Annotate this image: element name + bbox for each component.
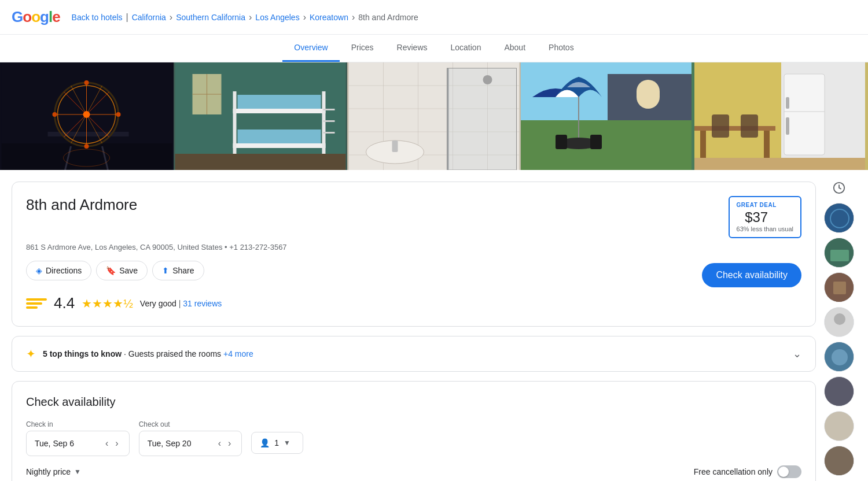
directions-icon: ◈: [36, 266, 42, 275]
rating-number: 4.4: [54, 294, 75, 312]
breadcrumb-southern-california[interactable]: Southern California: [176, 13, 245, 22]
great-deal-box[interactable]: GREAT DEAL $37 63% less than usual: [729, 196, 801, 238]
photo-2[interactable]: [174, 62, 347, 170]
checkout-prev-button[interactable]: ‹: [216, 437, 223, 450]
tab-location[interactable]: Location: [439, 35, 493, 62]
tab-reviews[interactable]: Reviews: [385, 35, 439, 62]
thumbnail-8[interactable]: [824, 446, 854, 476]
breadcrumb-current: 8th and Ardmore: [358, 13, 418, 22]
thumbnail-1[interactable]: [824, 203, 854, 233]
svg-rect-51: [521, 120, 692, 170]
breadcrumb-koreatown[interactable]: Koreatown: [310, 13, 348, 22]
date-row: Check in Tue, Sep 6 ‹ › Check out Tue, S…: [26, 420, 801, 456]
tips-more[interactable]: +4 more: [223, 349, 253, 358]
checkin-prev-button[interactable]: ‹: [103, 437, 111, 450]
tips-title: 5 top things to know: [43, 349, 122, 358]
svg-rect-61: [786, 117, 789, 135]
svg-rect-60: [786, 97, 789, 109]
checkout-input[interactable]: Tue, Sep 20 ‹ ›: [139, 431, 242, 456]
photo-1[interactable]: [0, 62, 174, 170]
tab-overview[interactable]: Overview: [282, 35, 339, 62]
svg-rect-54: [556, 135, 567, 149]
nightly-price-arrow: ▼: [74, 468, 81, 476]
history-icon[interactable]: [833, 182, 845, 196]
svg-rect-31: [323, 132, 335, 134]
nav-tabs: Overview Prices Reviews Location About P…: [0, 35, 868, 62]
thumbnail-2[interactable]: [824, 238, 854, 268]
hotel-info-card: 8th and Ardmore GREAT DEAL $37 63% less …: [12, 182, 816, 327]
breadcrumb-california[interactable]: California: [132, 13, 166, 22]
header: Google Back to hotels | California › Sou…: [0, 0, 868, 35]
toggle-knob: [778, 467, 789, 477]
checkin-next-button[interactable]: ›: [113, 437, 120, 450]
svg-rect-72: [830, 250, 849, 261]
price-badge: GREAT DEAL $37 63% less than usual: [729, 196, 801, 238]
svg-rect-23: [233, 109, 326, 113]
bookmark-icon: 🔖: [106, 266, 116, 275]
checkin-value: Tue, Sep 6: [35, 439, 98, 448]
breadcrumb-los-angeles[interactable]: Los Angeles: [255, 13, 299, 22]
breadcrumb: Back to hotels | California › Southern C…: [72, 12, 418, 23]
hotel-actions: ◈ Directions 🔖 Save ⬆ Share: [26, 261, 204, 280]
svg-rect-58: [784, 74, 825, 155]
save-button[interactable]: 🔖 Save: [96, 261, 148, 280]
checkin-input[interactable]: Tue, Sep 6 ‹ ›: [26, 431, 130, 456]
tips-card[interactable]: ✦ 5 top things to know · Guests praised …: [12, 336, 816, 372]
sparkle-icon: ✦: [26, 347, 36, 361]
svg-rect-62: [694, 126, 775, 131]
price-amount: $37: [737, 209, 777, 225]
svg-rect-47: [392, 140, 398, 152]
share-icon: ⬆: [162, 266, 169, 275]
svg-point-14: [84, 144, 89, 149]
thumbnail-3[interactable]: [824, 272, 854, 302]
tab-photos[interactable]: Photos: [537, 35, 586, 62]
free-cancellation-toggle[interactable]: [777, 465, 801, 478]
svg-rect-29: [323, 109, 335, 110]
chevron-down-icon: ⌄: [793, 347, 801, 360]
svg-point-78: [832, 349, 848, 365]
photo-4[interactable]: [521, 62, 694, 170]
photo-3[interactable]: [347, 62, 521, 170]
svg-point-45: [483, 75, 492, 84]
tab-about[interactable]: About: [492, 35, 537, 62]
checkin-label: Check in: [26, 420, 130, 428]
svg-point-81: [825, 446, 854, 476]
svg-rect-24: [233, 143, 326, 148]
great-deal-label: GREAT DEAL: [737, 202, 777, 208]
check-availability-button[interactable]: Check availability: [702, 263, 801, 287]
svg-point-12: [84, 80, 89, 85]
thumbnail-7[interactable]: [824, 411, 854, 441]
rating-stars: ★★★★½: [82, 297, 133, 310]
tips-sub: · Guests praised the rooms: [124, 349, 221, 358]
nightly-price-filter[interactable]: Nightly price ▼: [26, 467, 81, 476]
price-sub: 63% less than usual: [737, 225, 793, 232]
checkout-value: Tue, Sep 20: [148, 439, 211, 448]
rating-bars: [26, 298, 47, 309]
review-count[interactable]: 31 reviews: [183, 299, 222, 308]
hotel-header: 8th and Ardmore GREAT DEAL $37 63% less …: [26, 196, 801, 238]
back-to-hotels-link[interactable]: Back to hotels: [72, 13, 123, 22]
svg-rect-63: [700, 131, 706, 160]
directions-button[interactable]: ◈ Directions: [26, 261, 91, 280]
photo-5[interactable]: [694, 62, 868, 170]
svg-point-11: [83, 111, 90, 118]
thumbnail-4[interactable]: [824, 307, 854, 337]
tips-content: ✦ 5 top things to know · Guests praised …: [26, 347, 253, 361]
tab-prices[interactable]: Prices: [340, 35, 385, 62]
thumbnail-5[interactable]: [824, 342, 854, 372]
svg-point-69: [825, 204, 854, 233]
svg-rect-50: [637, 80, 660, 109]
checkout-next-button[interactable]: ›: [226, 437, 233, 450]
availability-card: Check availability Check in Tue, Sep 6 ‹…: [12, 381, 816, 481]
svg-rect-32: [175, 154, 346, 170]
photo-strip: [0, 62, 868, 170]
left-column: 8th and Ardmore GREAT DEAL $37 63% less …: [12, 182, 816, 481]
thumbnail-6[interactable]: [824, 376, 854, 406]
rating-section: 4.4 ★★★★½ Very good | 31 reviews: [26, 294, 801, 312]
google-logo: Google: [12, 8, 60, 26]
guests-input[interactable]: 👤 1 ▼: [251, 432, 303, 454]
hotel-address: 861 S Ardmore Ave, Los Angeles, CA 90005…: [26, 243, 801, 251]
availability-title: Check availability: [26, 395, 801, 409]
checkout-label: Check out: [139, 420, 242, 428]
share-button[interactable]: ⬆ Share: [152, 261, 204, 280]
